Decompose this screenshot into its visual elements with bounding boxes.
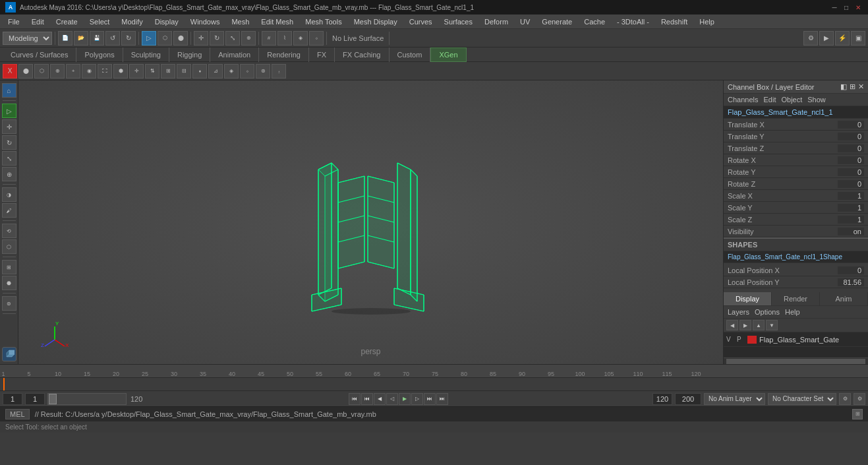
cb-close-button[interactable]: ✕ xyxy=(858,82,864,91)
channel-translate-x[interactable]: Translate X 0 xyxy=(724,119,868,131)
shelf-icon-15[interactable]: ◈ xyxy=(224,64,239,78)
render-button[interactable]: ▶ xyxy=(819,31,834,46)
char-set-select[interactable]: No Character Set xyxy=(768,393,836,405)
channel-rotate-y[interactable]: Rotate Y 0 xyxy=(724,166,868,178)
ipr-render-button[interactable]: ⚡ xyxy=(835,31,850,46)
channel-scale-z[interactable]: Scale Z 1 xyxy=(724,214,868,226)
tab-polygons[interactable]: Polygons xyxy=(76,47,123,62)
scale-button[interactable]: ⤡ xyxy=(2,151,16,166)
shelf-icon-6[interactable]: ◉ xyxy=(82,64,96,78)
shelf-icon-17[interactable]: ⊛ xyxy=(256,64,270,78)
viewport[interactable]: View Shading Lighting Show Renderer Pane… xyxy=(18,80,723,364)
tab-custom[interactable]: Custom xyxy=(390,47,431,62)
rotate-tool-button[interactable]: ↻ xyxy=(210,31,224,46)
channel-rotate-z[interactable]: Rotate Z 0 xyxy=(724,178,868,190)
shelf-icon-18[interactable]: ⍚ xyxy=(272,64,286,78)
status-icon[interactable]: ⊞ xyxy=(852,409,863,419)
step-forward-button[interactable]: ⏭ xyxy=(424,393,436,405)
scale-tool-button[interactable]: ⤡ xyxy=(225,31,240,46)
minimize-button[interactable]: ─ xyxy=(830,3,839,12)
menu-mesh-tools[interactable]: Mesh Tools xyxy=(300,16,347,27)
shelf-icon-10[interactable]: ⇅ xyxy=(145,64,159,78)
scrubber-thumb[interactable] xyxy=(49,394,57,404)
channel-rotate-x[interactable]: Rotate X 0 xyxy=(724,154,868,166)
layer-next-button[interactable]: ▶ xyxy=(739,320,751,330)
play-forward-button[interactable]: ▶ xyxy=(399,393,411,405)
universal-manip-button[interactable]: ⊕ xyxy=(241,31,256,46)
menu-select[interactable]: Select xyxy=(84,16,115,27)
menu-3dtall[interactable]: - 3DtoAll - xyxy=(612,16,654,27)
step-back-button[interactable]: ⏮ xyxy=(361,393,373,405)
channel-scale-x[interactable]: Scale X 1 xyxy=(724,190,868,202)
soft-select-button[interactable]: ◑ xyxy=(2,187,16,202)
shelf-icon-4[interactable]: ⊕ xyxy=(50,64,65,78)
anim-settings-button[interactable]: ⚙ xyxy=(839,393,851,405)
open-file-button[interactable]: 📂 xyxy=(74,31,88,46)
tab-animation[interactable]: Animation xyxy=(210,47,259,62)
status-mode[interactable]: MEL xyxy=(5,409,30,419)
redo-button[interactable]: ↻ xyxy=(121,31,136,46)
move-tool-button[interactable]: ✛ xyxy=(194,31,208,46)
channel-scale-y[interactable]: Scale Y 1 xyxy=(724,202,868,214)
undo-button[interactable]: ↺ xyxy=(105,31,120,46)
shelf-icon-16[interactable]: ⬦ xyxy=(240,64,254,78)
char-settings-button[interactable]: ⚙ xyxy=(854,393,865,405)
select-tool-button[interactable]: ▷ xyxy=(142,31,156,46)
tab-curves-surfaces[interactable]: Curves / Surfaces xyxy=(3,47,76,62)
layers-menu-item[interactable]: Layers xyxy=(728,308,749,316)
scroll-thumb[interactable] xyxy=(726,359,865,364)
shelf-icon-9[interactable]: ✛ xyxy=(129,64,144,78)
start-frame-input[interactable] xyxy=(3,393,22,405)
tab-xgen[interactable]: XGen xyxy=(430,47,466,62)
layer-prev-button[interactable]: ◀ xyxy=(726,320,738,330)
menu-mesh[interactable]: Mesh xyxy=(226,16,254,27)
menu-surfaces[interactable]: Surfaces xyxy=(439,16,478,27)
menu-windows[interactable]: Windows xyxy=(185,16,225,27)
help-menu-item[interactable]: Help xyxy=(785,308,800,316)
playback-end-2-input[interactable] xyxy=(675,393,701,405)
next-frame-button[interactable]: ▷ xyxy=(411,393,423,405)
save-file-button[interactable]: 💾 xyxy=(90,31,104,46)
shelf-icon-5[interactable]: + xyxy=(66,64,80,78)
timeline-scrubber[interactable] xyxy=(47,393,127,405)
tab-sculpting[interactable]: Sculpting xyxy=(123,47,169,62)
shelf-icon-14[interactable]: ⊿ xyxy=(208,64,223,78)
anim-layer-select[interactable]: No Anim Layer xyxy=(704,393,765,405)
channel-translate-z[interactable]: Translate Z 0 xyxy=(724,142,868,154)
go-start-button[interactable]: ⏮ xyxy=(349,393,361,405)
tab-rigging[interactable]: Rigging xyxy=(169,47,210,62)
menu-edit[interactable]: Edit xyxy=(26,16,49,27)
snap-curve-button[interactable]: ⌇ xyxy=(277,31,292,46)
tab-fx[interactable]: FX xyxy=(309,47,335,62)
menu-curves[interactable]: Curves xyxy=(404,16,438,27)
move-button[interactable]: ✛ xyxy=(2,119,16,134)
menu-cache[interactable]: Cache xyxy=(579,16,610,27)
shelf-icon-8[interactable]: ⬢ xyxy=(113,64,128,78)
snap-grid-button[interactable]: # xyxy=(262,31,276,46)
menu-mesh-display[interactable]: Mesh Display xyxy=(349,16,403,27)
playback-end-input[interactable] xyxy=(652,393,672,405)
channel-translate-y[interactable]: Translate Y 0 xyxy=(724,131,868,142)
marquee-button[interactable]: ⬡ xyxy=(2,239,16,254)
shelf-icon-2[interactable]: ⬤ xyxy=(18,64,33,78)
lasso-button[interactable]: ⟲ xyxy=(2,224,16,238)
home-view-button[interactable]: ⌂ xyxy=(2,83,16,98)
maximize-button[interactable]: □ xyxy=(842,3,851,12)
frame-all-button[interactable]: ⬣ xyxy=(2,276,16,290)
layer-up-button[interactable]: ▲ xyxy=(753,320,765,330)
show-menu-cb[interactable]: Show xyxy=(807,96,826,104)
menu-create[interactable]: Create xyxy=(51,16,83,27)
channel-local-pos-x[interactable]: Local Position X 0 xyxy=(724,264,868,276)
cb-expand-button[interactable]: ⊞ xyxy=(850,82,855,91)
tab-render[interactable]: Render xyxy=(772,292,820,305)
snap-surface-button[interactable]: ⬦ xyxy=(309,31,324,46)
shelf-icon-12[interactable]: ⊟ xyxy=(177,64,191,78)
menu-redshift[interactable]: Redshift xyxy=(656,16,693,27)
shelf-icon-11[interactable]: ⊞ xyxy=(161,64,175,78)
menu-display[interactable]: Display xyxy=(150,16,184,27)
shelf-icon-3[interactable]: ⬡ xyxy=(34,64,49,78)
menu-edit-mesh[interactable]: Edit Mesh xyxy=(256,16,299,27)
isolate-select-button[interactable]: ⊞ xyxy=(2,260,16,274)
paint-select-button[interactable]: ⬤ xyxy=(173,31,188,46)
universal-button[interactable]: ⊕ xyxy=(2,167,16,181)
